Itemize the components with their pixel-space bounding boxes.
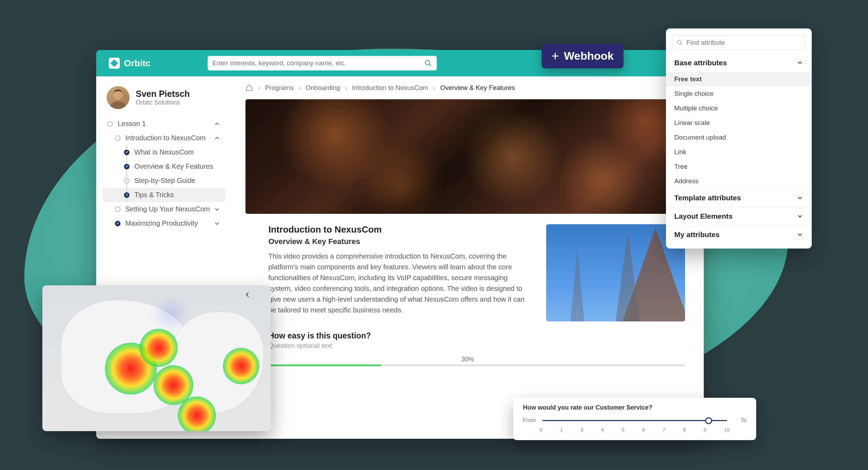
nav-label: What is NexusCom — [134, 148, 194, 156]
check-icon — [124, 164, 130, 169]
svg-line-1 — [429, 64, 431, 66]
chevron-down-icon — [796, 194, 803, 201]
bc-onboarding[interactable]: Onboarding — [306, 84, 340, 92]
question-block: How easy is this question? Question opti… — [232, 321, 704, 350]
progress-bar[interactable] — [250, 364, 685, 366]
bullet-icon — [115, 135, 120, 141]
chevron-right-icon: › — [345, 84, 347, 92]
nav-label: Step-by-Step Guide — [134, 177, 195, 185]
article-side-image — [546, 224, 685, 321]
slider-thumb[interactable] — [705, 417, 712, 424]
slider-from-label: From — [523, 417, 537, 423]
nav-maximize[interactable]: Maximizing Productivity — [102, 216, 225, 230]
nav-what-is[interactable]: What is NexusCom — [102, 145, 225, 159]
attribute-search[interactable] — [672, 35, 806, 50]
home-icon[interactable] — [245, 84, 253, 92]
nav-label: Tips & Tricks — [134, 191, 174, 199]
bc-current: Overview & Key Features — [440, 84, 515, 92]
heatmap-card — [42, 285, 271, 431]
chevron-down-icon — [796, 231, 803, 238]
attr-section-template[interactable]: Template attributes — [666, 188, 812, 207]
chevron-up-icon — [214, 120, 220, 127]
attributes-panel: Base attributes Free text Single choice … — [666, 28, 812, 249]
chevron-down-icon — [214, 206, 220, 213]
check-icon — [124, 192, 130, 198]
chevron-right-icon: › — [299, 84, 301, 92]
nav-overview[interactable]: Overview & Key Features — [102, 159, 225, 174]
nav-label: Maximizing Productivity — [125, 219, 198, 227]
svg-line-4 — [681, 43, 682, 45]
nav-tips[interactable]: Tips & Tricks — [102, 188, 225, 202]
nav-lesson-1[interactable]: Lesson 1 — [102, 117, 225, 131]
user-name: Sven Pietsch — [136, 89, 190, 99]
svg-point-0 — [425, 60, 429, 65]
article-body: This video provides a comprehensive intr… — [268, 251, 532, 316]
search-input[interactable] — [212, 59, 424, 67]
search-icon — [677, 40, 683, 46]
user-block[interactable]: Sven Pietsch Orbitc Solutions — [102, 86, 225, 109]
article: Introduction to NexusCom Overview & Key … — [232, 214, 704, 321]
nav-label: Overview & Key Features — [134, 162, 213, 170]
bullet-icon — [107, 121, 113, 127]
slider-to-label: To — [733, 417, 746, 423]
chevron-right-icon: › — [258, 84, 260, 92]
attr-section-layout[interactable]: Layout Elements — [666, 207, 812, 225]
nav-label: Setting Up Your NexusCom — [125, 205, 210, 213]
slider-track[interactable] — [542, 416, 727, 425]
user-org: Orbitc Solutions — [136, 99, 190, 106]
attribute-search-input[interactable] — [686, 39, 801, 47]
webhook-button[interactable]: + Webhook — [542, 44, 624, 68]
brand-name: Orbitc — [124, 58, 151, 69]
check-icon — [124, 150, 130, 155]
attr-document-upload[interactable]: Document upload — [666, 130, 812, 145]
article-title: Introduction to NexusCom — [268, 224, 532, 235]
attr-section-base[interactable]: Base attributes — [666, 53, 812, 72]
attr-linear-scale[interactable]: Linear scale — [666, 116, 812, 130]
svg-point-2 — [114, 91, 123, 100]
slider-question: How would you rate our Customer Service? — [523, 404, 746, 411]
attr-link[interactable]: Link — [666, 145, 812, 159]
content-area: › Programs › Onboarding › Introduction t… — [232, 76, 704, 439]
attr-section-my[interactable]: My attributes — [666, 225, 812, 244]
chevron-down-icon — [796, 213, 803, 220]
attr-multiple-choice[interactable]: Multiple choice — [666, 101, 812, 116]
progress: 30% — [232, 350, 704, 372]
prev-button[interactable]: ‹ — [245, 286, 249, 300]
chevron-down-icon — [214, 220, 220, 227]
brand-logo[interactable]: Orbitc — [109, 58, 151, 69]
global-search[interactable] — [208, 56, 437, 70]
bc-programs[interactable]: Programs — [265, 84, 293, 92]
nav-intro[interactable]: Introduction to NexusCom — [102, 131, 225, 145]
bullet-icon — [115, 207, 120, 212]
nav-label: Introduction to NexusCom — [125, 134, 206, 142]
chevron-right-icon: › — [433, 84, 435, 92]
nav-label: Lesson 1 — [118, 120, 146, 128]
svg-point-3 — [677, 40, 681, 44]
nav-setup[interactable]: Setting Up Your NexusCom — [102, 202, 225, 216]
logo-mark-icon — [109, 58, 120, 69]
rating-slider-card: How would you rate our Customer Service?… — [513, 398, 756, 440]
breadcrumb: › Programs › Onboarding › Introduction t… — [232, 84, 704, 92]
attr-tree[interactable]: Tree — [666, 159, 812, 174]
progress-label: 30% — [250, 356, 685, 363]
attr-free-text[interactable]: Free text — [666, 72, 812, 86]
attr-single-choice[interactable]: Single choice — [666, 86, 812, 101]
hero-image — [245, 99, 690, 214]
bc-intro[interactable]: Introduction to NexusCom — [352, 84, 428, 92]
check-icon — [115, 221, 120, 226]
search-icon — [424, 59, 432, 67]
plus-icon: + — [551, 49, 559, 64]
attr-address[interactable]: Address — [666, 174, 812, 188]
slider-ticks: 0 1 3 4 5 6 7 8 9 10 — [540, 427, 730, 433]
question-subtitle: Question optional text — [268, 342, 667, 350]
nav-guide[interactable]: Step-by-Step Guide — [102, 174, 225, 188]
chevron-up-icon — [796, 59, 803, 66]
question-title: How easy is this question? — [268, 331, 667, 341]
avatar — [107, 86, 130, 109]
webhook-label: Webhook — [564, 50, 614, 62]
chevron-up-icon — [214, 135, 220, 142]
article-subtitle: Overview & Key Features — [268, 237, 532, 246]
